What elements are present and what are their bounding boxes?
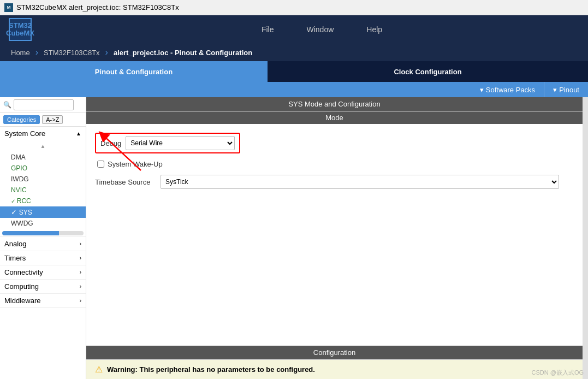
analog-label: Analog <box>4 240 26 248</box>
system-core-chevron: ▲ <box>76 131 81 137</box>
warning-bar: ⚠ Warning: This peripheral has no parame… <box>86 359 583 379</box>
analog-section: Analog › <box>0 237 86 251</box>
connectivity-chevron: › <box>80 269 81 275</box>
computing-label: Computing <box>4 282 39 291</box>
computing-section: Computing › <box>0 280 86 294</box>
main: 🔍 Categories A->Z System Core ▲ ▲ DMA GP… <box>0 97 588 379</box>
dropdown-icon-sw: ▾ <box>480 86 484 94</box>
menu-help[interactable]: Help <box>366 25 382 34</box>
sidebar-search: 🔍 <box>0 97 86 113</box>
app-icon: M <box>4 3 13 12</box>
titlebar: M STM32CubeMX alert_project.ioc: STM32F1… <box>0 0 588 15</box>
debug-label: Debug <box>100 139 121 147</box>
system-core-header[interactable]: System Core ▲ <box>0 127 86 140</box>
search-input[interactable] <box>14 99 74 110</box>
system-core-items: DMA GPIO IWDG NVIC RCC ✓ SYS WWDG <box>0 151 86 230</box>
tab-header: Pinout & Configuration Clock Configurati… <box>0 61 588 82</box>
watermark: CSDN @嵌入式OG <box>531 369 584 377</box>
config-label: Configuration <box>313 348 355 357</box>
mode-content: Debug Serial Wire No Debug JTAG (4 pins)… <box>86 124 583 346</box>
breadcrumb-sep-1: › <box>35 48 38 57</box>
menu-window[interactable]: Window <box>306 25 334 34</box>
analog-header[interactable]: Analog › <box>0 237 86 251</box>
sidebar-categories: Categories A->Z <box>0 113 86 127</box>
sidebar-item-iwdg[interactable]: IWDG <box>0 174 86 185</box>
timers-header[interactable]: Timers › <box>0 251 86 265</box>
breadcrumb-home[interactable]: Home <box>7 49 34 57</box>
middleware-label: Middleware <box>4 297 40 305</box>
timers-label: Timers <box>4 254 26 262</box>
search-icon: 🔍 <box>3 101 11 109</box>
mode-label: Mode <box>325 114 343 122</box>
content: SYS Mode and Configuration Mode <box>86 97 583 379</box>
system-core-label: System Core <box>4 129 45 138</box>
tab-clock[interactable]: Clock Configuration <box>268 61 588 82</box>
middleware-section: Middleware › <box>0 294 86 308</box>
system-core-section: System Core ▲ ▲ DMA GPIO IWDG NVIC RCC ✓… <box>0 127 86 237</box>
categories-button[interactable]: Categories <box>3 115 40 124</box>
analog-chevron: › <box>80 241 81 247</box>
timers-section: Timers › <box>0 251 86 265</box>
config-section: Configuration <box>86 346 583 359</box>
sidebar-item-dma[interactable]: DMA <box>0 152 86 163</box>
sidebar-item-nvic[interactable]: NVIC <box>0 185 86 196</box>
mode-section: Mode <box>86 111 583 124</box>
computing-chevron: › <box>80 283 81 289</box>
menubar: STM32CubeMX File Window Help <box>0 15 588 44</box>
connectivity-section: Connectivity › <box>0 265 86 280</box>
sidebar-item-wwdg[interactable]: WWDG <box>0 218 86 229</box>
sidebar-item-gpio[interactable]: GPIO <box>0 163 86 174</box>
system-wakeup-label: System Wake-Up <box>108 160 163 168</box>
menu-items: File Window Help <box>64 25 579 34</box>
tab-pinout[interactable]: Pinout & Configuration <box>0 61 268 82</box>
logo: STM32CubeMX <box>9 18 32 41</box>
sidebar-item-rcc[interactable]: RCC <box>0 196 86 206</box>
connectivity-header[interactable]: Connectivity › <box>0 265 86 279</box>
logo-box: STM32CubeMX <box>9 18 32 41</box>
middleware-chevron: › <box>80 298 81 304</box>
sidebar: 🔍 Categories A->Z System Core ▲ ▲ DMA GP… <box>0 97 86 379</box>
debug-row: Debug Serial Wire No Debug JTAG (4 pins)… <box>95 133 574 153</box>
warning-text: Warning: This peripheral has no paramete… <box>107 365 315 374</box>
content-scroll-area: SYS Mode and Configuration Mode <box>86 97 588 379</box>
dropdown-icon-pinout: ▾ <box>553 86 557 94</box>
warning-icon: ⚠ <box>95 364 103 375</box>
sub-tabs: ▾ Software Packs ▾ Pinout <box>0 82 588 97</box>
breadcrumb-sep-2: › <box>105 48 108 57</box>
debug-select[interactable]: Serial Wire No Debug JTAG (4 pins) JTAG … <box>126 136 235 150</box>
logo-text: STM32CubeMX <box>6 22 34 38</box>
content-title: SYS Mode and Configuration <box>86 97 583 111</box>
sys-check: ✓ <box>11 208 19 216</box>
content-wrapper: SYS Mode and Configuration Mode <box>86 97 588 379</box>
subtab-software-packs[interactable]: ▾ Software Packs <box>471 82 544 97</box>
scroll-up-indicator: ▲ <box>0 140 86 151</box>
right-scrollbar[interactable] <box>583 97 588 379</box>
computing-header[interactable]: Computing › <box>0 280 86 293</box>
subtab-pinout[interactable]: ▾ Pinout <box>544 82 588 97</box>
connectivity-label: Connectivity <box>4 268 43 276</box>
debug-highlight: Debug Serial Wire No Debug JTAG (4 pins)… <box>95 133 240 153</box>
az-button[interactable]: A->Z <box>42 115 63 124</box>
timebase-select[interactable]: SysTick TIM1 TIM2 <box>161 175 559 189</box>
menu-file[interactable]: File <box>262 25 274 34</box>
middleware-header[interactable]: Middleware › <box>0 294 86 307</box>
title-text: STM32CubeMX alert_project.ioc: STM32F103… <box>16 3 179 11</box>
system-wakeup-checkbox[interactable] <box>97 161 104 168</box>
breadcrumb: Home › STM32F103C8Tx › alert_project.ioc… <box>0 44 588 61</box>
sidebar-item-sys[interactable]: ✓ SYS <box>0 206 86 218</box>
timebase-row: Timebase Source SysTick TIM1 TIM2 <box>95 175 574 189</box>
sidebar-scrollbar <box>2 231 84 235</box>
breadcrumb-device[interactable]: STM32F103C8Tx <box>39 49 104 57</box>
breadcrumb-current[interactable]: alert_project.ioc - Pinout & Configurati… <box>109 49 257 57</box>
timers-chevron: › <box>80 255 81 261</box>
wakeup-row: System Wake-Up <box>95 160 574 168</box>
timebase-label: Timebase Source <box>95 178 161 186</box>
